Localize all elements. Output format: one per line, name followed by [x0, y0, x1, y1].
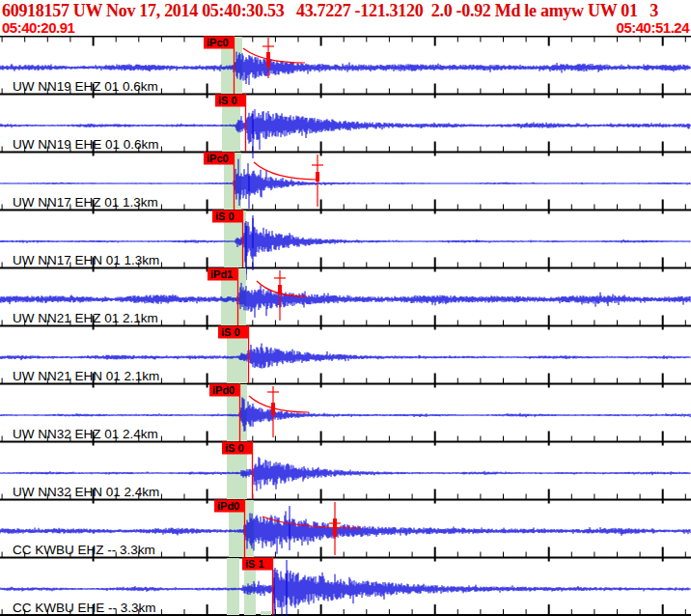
trace-svg: iPc0UW NN19 EHZ 01 0.6km — [0, 36, 691, 94]
trace-label: UW NN32 EHZ 01 2.4km — [13, 427, 158, 441]
trace-label: CC KWBU EHE -- 3.3km — [13, 601, 156, 615]
coda-bar — [271, 403, 275, 415]
phase-pick-label-text: iPd0 — [212, 384, 235, 396]
phase-pick-label-text: iPd1 — [210, 268, 233, 280]
trace-svg: iS 1CC KWBU EHE -- 3.3km — [0, 557, 691, 615]
trace-svg: iPd0CC KWBU EHZ -- 3.3km — [0, 499, 691, 557]
trace-panel-kwbu-ehe[interactable]: iS 1CC KWBU EHE -- 3.3km — [0, 557, 691, 615]
trace-svg: iS 0UW NN19 EHE 01 0.6km — [0, 94, 691, 152]
phase-pick-label-text: iS 1 — [245, 558, 264, 570]
trace-svg: iPc0UW NN17 EHZ 01 1.3km — [0, 152, 691, 210]
trace-svg: iPd1UW NN21 EHZ 01 2.1km — [0, 267, 691, 325]
phase-pick-label-text: iS 0 — [218, 95, 237, 106]
trace-panel-nn19-ehz[interactable]: iPc0UW NN19 EHZ 01 0.6km — [0, 36, 691, 94]
phase-pick-label-text: iPc0 — [207, 153, 229, 164]
trace-svg: iS 0UW NN32 EHN 01 2.4km — [0, 441, 691, 499]
coda-bar — [266, 52, 270, 67]
trace-label: UW NN21 EHN 01 2.1km — [13, 369, 159, 383]
waveform-plot-area[interactable]: iPc0UW NN19 EHZ 01 0.6kmiS 0UW NN19 EHE … — [0, 36, 691, 616]
waveform-trace — [0, 344, 690, 369]
trace-label: UW NN19 EHE 01 0.6km — [13, 137, 159, 152]
trace-label: UW NN32 EHN 01 2.4km — [13, 485, 159, 499]
trace-svg: iS 0UW NN21 EHN 01 2.1km — [0, 325, 691, 383]
trace-panel-nn17-ehn[interactable]: iS 0UW NN17 EHN 01 1.3km — [0, 210, 691, 267]
window-start-time: 05:40:20.91 — [2, 20, 74, 36]
coda-bar — [278, 285, 282, 294]
phase-pick-label-text: iPc0 — [207, 37, 229, 48]
trace-panel-nn32-ehn[interactable]: iS 0UW NN32 EHN 01 2.4km — [0, 441, 691, 499]
trace-label: UW NN17 EHZ 01 1.3km — [13, 195, 158, 210]
trace-label: UW NN19 EHZ 01 0.6km — [13, 79, 158, 94]
phase-pick-label-text: iS 0 — [225, 442, 244, 454]
trace-label: UW NN17 EHN 01 1.3km — [13, 253, 159, 267]
pick-window-footbar — [261, 611, 271, 615]
trace-panel-kwbu-ehz[interactable]: iPd0CC KWBU EHZ -- 3.3km — [0, 499, 691, 557]
trace-panel-nn21-ehn[interactable]: iS 0UW NN21 EHN 01 2.1km — [0, 325, 691, 383]
trace-svg: iPd0UW NN32 EHZ 01 2.4km — [0, 383, 691, 441]
trace-panel-nn32-ehz[interactable]: iPd0UW NN32 EHZ 01 2.4km — [0, 383, 691, 441]
pick-window-band — [227, 558, 239, 615]
event-summary-line: 60918157 UW Nov 17, 2014 05:40:30.53 43.… — [2, 0, 691, 21]
phase-pick-label-text: iPd0 — [217, 500, 239, 512]
window-end-time: 05:40:51.24 — [617, 20, 689, 36]
phase-pick-label-text: iS 0 — [215, 210, 235, 222]
coda-decay-curve — [254, 162, 318, 180]
trace-label: UW NN21 EHZ 01 2.1km — [13, 311, 158, 325]
phase-pick-label-text: iS 0 — [221, 326, 240, 338]
trace-label: CC KWBU EHZ -- 3.3km — [13, 543, 155, 557]
trace-panel-nn17-ehz[interactable]: iPc0UW NN17 EHZ 01 1.3km — [0, 152, 691, 210]
coda-bar — [316, 172, 319, 182]
coda-bar — [333, 518, 337, 537]
seismogram-viewer: 60918157 UW Nov 17, 2014 05:40:30.53 43.… — [0, 0, 691, 616]
trace-svg: iS 0UW NN17 EHN 01 1.3km — [0, 210, 691, 267]
trace-panel-nn21-ehz[interactable]: iPd1UW NN21 EHZ 01 2.1km — [0, 267, 691, 325]
trace-panel-nn19-ehe[interactable]: iS 0UW NN19 EHE 01 0.6km — [0, 94, 691, 152]
